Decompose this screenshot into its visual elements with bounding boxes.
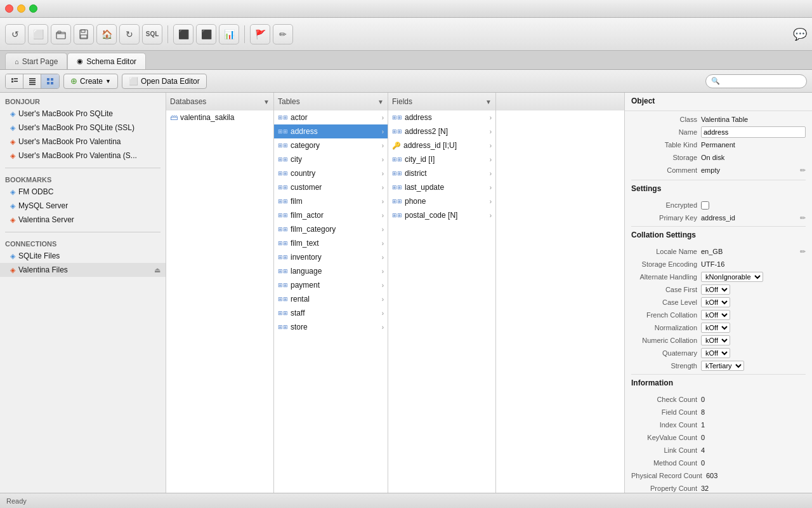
collation-french-row: French Collation kOff [631,309,806,321]
table-label-film: film [291,197,303,206]
create-button[interactable]: ⊕ Create ▼ [63,74,118,89]
field-item-address-id[interactable]: 🔑 address_id [I;U] › [388,138,495,152]
search-box[interactable]: 🔍 [705,74,807,88]
view-list-btn[interactable] [6,74,23,88]
minimize-button[interactable] [17,4,25,13]
field-item-address[interactable]: ⊞⊞ address › [388,110,495,124]
toolbar-grid-btn[interactable]: ⬛ [196,24,216,44]
collation-case-first-label: Case First [631,286,701,293]
table-item-city[interactable]: ⊞⊞ city › [274,152,388,166]
table-icon-country: ⊞⊞ [278,170,288,177]
messages-icon[interactable]: 💬 [793,27,807,41]
toolbar: ↺ ⬜ 🏠 ↻ SQL ⬛ ⬛ 📊 🚩 ✏ 💬 [0,18,812,51]
sidebar-item-mysql[interactable]: ◈ MySQL Server [0,199,166,213]
collation-case-first-select[interactable]: kOff [701,284,730,295]
collation-quaternary-select[interactable]: kOff [701,348,730,358]
field-item-phone[interactable]: ⊞⊞ phone › [388,194,495,208]
table-item-rental[interactable]: ⊞⊞ rental › [274,292,388,306]
tables-title: Tables [278,97,375,106]
table-item-country[interactable]: ⊞⊞ country › [274,166,388,180]
information-fields: Check Count 0 Field Count 8 Index Count … [625,392,812,493]
toolbar-bookmark-btn[interactable]: 🚩 [250,24,270,44]
table-item-customer[interactable]: ⊞⊞ customer › [274,180,388,194]
table-item-store[interactable]: ⊞⊞ store › [274,320,388,334]
sidebar-item-sqlite-files[interactable]: ◈ SQLite Files [0,249,166,263]
sidebar-fm-label: FM ODBC [18,187,53,196]
databases-arrow[interactable]: ▼ [263,98,270,105]
tab-schema-editor[interactable]: ◉ Schema Editor [67,53,146,69]
svg-rect-10 [29,80,36,81]
table-label-language: language [291,267,322,276]
search-input[interactable] [723,77,801,85]
table-item-address[interactable]: ⊞⊞ address › [274,124,388,138]
toolbar-new-btn[interactable]: ⬜ [28,24,48,44]
table-item-film-category[interactable]: ⊞⊞ film_category › [274,222,388,236]
view-grid-btn[interactable] [41,74,59,88]
sidebar-item-valentina[interactable]: ◈ User's MacBook Pro Valentina [0,135,166,149]
table-icon-rental: ⊞⊞ [278,296,288,302]
toolbar-home-btn[interactable]: 🏠 [96,24,117,44]
eject-icon[interactable]: ⏏ [154,266,160,274]
table-item-staff[interactable]: ⊞⊞ staff › [274,306,388,320]
info-field-count-value: 8 [701,408,806,416]
collation-numeric-select[interactable]: kOff [701,335,730,345]
svg-rect-16 [51,82,53,84]
svg-rect-4 [81,35,87,38]
primary-key-edit-icon[interactable]: ✏ [800,214,806,222]
close-button[interactable] [5,4,13,13]
sidebar-item-valentina-files[interactable]: ◈ Valentina Files ⏏ [0,263,166,277]
table-label-country: country [291,169,315,178]
table-item-film-actor[interactable]: ⊞⊞ film_actor › [274,208,388,222]
toolbar-sql-btn[interactable]: SQL [142,24,162,44]
info-method-count-value: 0 [701,459,806,467]
table-item-payment[interactable]: ⊞⊞ payment › [274,278,388,292]
toolbar-back-btn[interactable]: ↺ [5,24,25,44]
fields-arrow[interactable]: ▼ [485,98,492,105]
sidebar-item-fm[interactable]: ◈ FM ODBC [0,185,166,199]
encrypted-checkbox[interactable] [701,201,709,210]
sqlite-files-icon: ◈ [10,252,15,260]
field-label-address: address [405,113,432,122]
field-item-city-id[interactable]: ⊞⊞ city_id [I] › [388,152,495,166]
sub-toolbar: ⊕ Create ▼ ⬜ Open Data Editor 🔍 [0,70,812,93]
view-detail-btn[interactable] [23,74,41,88]
table-item-language[interactable]: ⊞⊞ language › [274,264,388,278]
collation-french-select[interactable]: kOff [701,310,730,320]
collation-alternate-select[interactable]: kNonIgnorable [701,272,763,282]
sidebar-item-valentina-s[interactable]: ◈ User's MacBook Pro Valentina (S... [0,149,166,163]
table-item-category[interactable]: ⊞⊞ category › [274,138,388,152]
collation-case-level-select[interactable]: kOff [701,297,730,307]
toolbar-refresh-btn[interactable]: ↻ [119,24,140,44]
object-name-input[interactable] [701,126,806,138]
sidebar-item-valentina-server[interactable]: ◈ Valentina Server [0,213,166,227]
table-arrow-film-category: › [382,226,384,233]
create-dropdown-icon: ▼ [105,78,111,84]
toolbar-layout-btn[interactable]: ⬛ [173,24,193,44]
field-item-postal-code[interactable]: ⊞⊞ postal_code [N] › [388,208,495,222]
toolbar-open-btn[interactable] [51,24,71,44]
collation-strength-select[interactable]: kTertiary [701,361,744,371]
table-item-film-text[interactable]: ⊞⊞ film_text › [274,236,388,250]
db-item-valentina-sakila[interactable]: 🗃 valentina_sakila [166,110,273,124]
field-item-address2[interactable]: ⊞⊞ address2 [N] › [388,124,495,138]
toolbar-pen-btn[interactable]: ✏ [273,24,293,44]
open-data-label: Open Data Editor [141,77,200,86]
sidebar-item-sqlite-ssl[interactable]: ◈ User's MacBook Pro SQLite (SSL) [0,121,166,135]
tab-start-page[interactable]: ⌂ Start Page [5,53,67,69]
field-item-last-update[interactable]: ⊞⊞ last_update › [388,180,495,194]
locale-edit-icon[interactable]: ✏ [800,248,806,256]
table-item-actor[interactable]: ⊞⊞ actor › [274,110,388,124]
field-item-district[interactable]: ⊞⊞ district › [388,166,495,180]
toolbar-save-btn[interactable] [74,24,94,44]
comment-edit-icon[interactable]: ✏ [800,166,806,175]
open-data-editor-button[interactable]: ⬜ Open Data Editor [122,74,207,89]
toolbar-chart-btn[interactable]: 📊 [219,24,239,44]
field-label-last-update: last_update [405,183,444,192]
tables-arrow[interactable]: ▼ [377,98,384,105]
collation-norm-select[interactable]: kOff [701,323,730,333]
table-item-inventory[interactable]: ⊞⊞ inventory › [274,250,388,264]
sidebar-item-sqlite[interactable]: ◈ User's MacBook Pro SQLite [0,107,166,121]
maximize-button[interactable] [29,4,37,13]
table-item-film[interactable]: ⊞⊞ film › [274,194,388,208]
valentina-files-icon: ◈ [10,266,15,274]
